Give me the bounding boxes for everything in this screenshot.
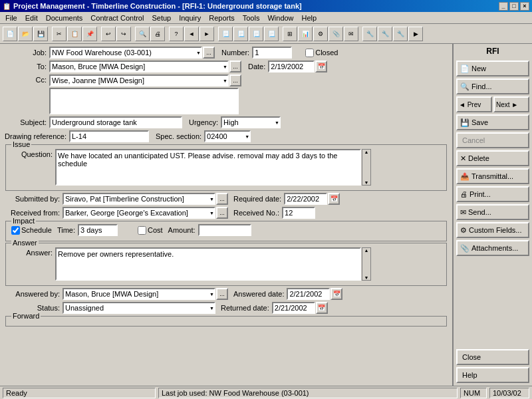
answered-by-browse-btn[interactable]: ... <box>216 288 228 300</box>
menu-documents[interactable]: Documents <box>42 13 87 23</box>
tb-extra3[interactable]: 🔧 <box>393 27 408 41</box>
tb-save[interactable]: 💾 <box>33 27 48 41</box>
date-cal-btn[interactable]: 📅 <box>315 61 327 72</box>
time-input[interactable] <box>78 224 118 236</box>
menu-help[interactable]: Help <box>298 13 321 23</box>
subject-input[interactable] <box>49 116 182 128</box>
submitted-by-select[interactable]: Siravo, Pat [Timberline Construction] <box>63 193 215 205</box>
menu-tools[interactable]: Tools <box>239 13 264 23</box>
tb-extra1[interactable]: 🔧 <box>362 27 377 41</box>
menu-window[interactable]: Window <box>263 13 297 23</box>
answered-date-cal-btn[interactable]: 📅 <box>331 288 342 300</box>
cc-textarea[interactable] <box>49 88 239 114</box>
maximize-btn[interactable]: □ <box>509 2 519 11</box>
tb-send[interactable]: ✉ <box>344 27 358 41</box>
tb-doc4[interactable]: 📃 <box>264 27 279 41</box>
answered-by-select[interactable]: Mason, Bruce [MWA Design] <box>63 288 215 300</box>
answer-scroll-down[interactable]: ▼ <box>364 275 369 280</box>
closed-checkbox[interactable] <box>305 49 314 57</box>
tb-extra2[interactable]: 🔧 <box>378 27 392 41</box>
tb-open[interactable]: 📂 <box>18 27 33 41</box>
close-window-btn[interactable]: × <box>520 2 529 11</box>
tb-prev[interactable]: ◄ <box>184 27 199 41</box>
received-no-input[interactable] <box>282 207 315 219</box>
custom-fields-btn[interactable]: ⚙ Custom Fields... <box>456 222 529 238</box>
find-btn[interactable]: 🔍 Find... <box>456 78 529 94</box>
menu-setup[interactable]: Setup <box>148 13 175 23</box>
returned-date-cal-btn[interactable]: 📅 <box>316 302 328 314</box>
minimize-btn[interactable]: _ <box>499 2 508 11</box>
cc-row: Cc: Wise, Joanne [MWA Design] ... <box>3 74 450 114</box>
received-from-select[interactable]: Barker, George [George's Excavation] <box>63 207 215 219</box>
tb-print[interactable]: 🖨 <box>150 27 165 41</box>
tb-settings[interactable]: ⚙ <box>313 27 328 41</box>
tb-paste[interactable]: 📌 <box>82 27 97 41</box>
cc-browse-btn[interactable]: ... <box>229 74 241 86</box>
required-date-input[interactable] <box>284 193 327 205</box>
new-btn[interactable]: 📄 New <box>456 61 529 76</box>
tb-grid[interactable]: ⊞ <box>283 27 297 41</box>
tb-help[interactable]: ? <box>169 27 184 41</box>
help-btn[interactable]: Help <box>456 367 529 383</box>
urgency-select[interactable]: High <box>221 116 281 128</box>
answer-scroll-up[interactable]: ▲ <box>364 248 369 253</box>
tb-cut[interactable]: ✂ <box>52 27 66 41</box>
menu-inquiry[interactable]: Inquiry <box>175 13 205 23</box>
prev-btn[interactable]: ◄ Prev <box>456 96 492 112</box>
tb-next[interactable]: ► <box>200 27 214 41</box>
schedule-label: Schedule <box>21 226 52 234</box>
to-select[interactable]: Mason, Bruce [MWA Design] <box>49 61 229 72</box>
spec-section-select[interactable]: 02400 <box>204 130 251 142</box>
tb-attach[interactable]: 📎 <box>329 27 343 41</box>
send-btn[interactable]: ✉ Send... <box>456 204 529 220</box>
close-btn[interactable]: Close <box>456 349 529 365</box>
next-btn[interactable]: Next ► <box>493 96 529 112</box>
tb-find[interactable]: 🔍 <box>135 27 150 41</box>
menu-contract-control[interactable]: Contract Control <box>86 13 148 23</box>
new-icon: 📄 <box>460 65 469 73</box>
cc-select[interactable]: Wise, Joanne [MWA Design] <box>49 74 229 86</box>
question-scroll-up[interactable]: ▲ <box>364 150 369 154</box>
tb-arrow[interactable]: ▶ <box>408 27 423 41</box>
tb-copy[interactable]: 📋 <box>67 27 82 41</box>
tb-doc2[interactable]: 📃 <box>233 27 248 41</box>
delete-btn[interactable]: ✕ Delete <box>456 150 529 166</box>
save-btn[interactable]: 💾 Save <box>456 114 529 130</box>
tb-undo[interactable]: ↩ <box>101 27 116 41</box>
urgency-label: Urgency: <box>189 118 218 126</box>
answered-date-input[interactable] <box>287 288 330 300</box>
cost-checkbox-row: Cost <box>138 226 163 235</box>
transmittal-btn[interactable]: 📤 Transmittal... <box>456 168 529 184</box>
received-from-browse-btn[interactable]: ... <box>216 207 228 219</box>
tb-doc1[interactable]: 📃 <box>218 27 233 41</box>
submitted-by-browse-btn[interactable]: ... <box>216 193 228 205</box>
answered-by-row: Answered by: Mason, Bruce [MWA Design] .… <box>3 288 450 300</box>
drawing-ref-input[interactable] <box>69 130 149 142</box>
menu-file[interactable]: File <box>1 13 21 23</box>
cancel-btn[interactable]: Cancel <box>456 132 529 148</box>
required-date-cal-btn[interactable]: 📅 <box>328 193 340 205</box>
attachments-btn[interactable]: 📎 Attachments... <box>456 240 529 256</box>
to-browse-btn[interactable]: ... <box>229 61 241 72</box>
print-btn[interactable]: 🖨 Print... <box>456 186 529 202</box>
amount-input[interactable] <box>198 224 251 236</box>
tb-chart[interactable]: 📊 <box>298 27 313 41</box>
to-label: To: <box>3 63 49 70</box>
question-scroll-down[interactable]: ▼ <box>364 180 369 185</box>
date-input[interactable] <box>268 61 315 72</box>
menu-edit[interactable]: Edit <box>21 13 42 23</box>
answer-textarea[interactable]: Remove per owners representative. <box>55 247 361 281</box>
schedule-checkbox[interactable] <box>11 226 20 235</box>
tb-new[interactable]: 📄 <box>3 27 17 41</box>
tb-redo[interactable]: ↪ <box>116 27 131 41</box>
question-textarea[interactable]: We have located an unanticipated UST. Pl… <box>55 149 361 186</box>
job-select[interactable]: NW Food Warehouse (03-001) <box>49 47 202 59</box>
schedule-checkbox-row: Schedule <box>11 226 52 235</box>
cost-checkbox[interactable] <box>138 226 146 235</box>
tb-doc3[interactable]: 📃 <box>249 27 263 41</box>
status-select[interactable]: Unassigned <box>63 302 215 314</box>
returned-date-input[interactable] <box>272 302 315 314</box>
number-input[interactable] <box>252 47 292 59</box>
job-browse-btn[interactable]: ... <box>203 47 215 59</box>
menu-reports[interactable]: Reports <box>205 13 239 23</box>
